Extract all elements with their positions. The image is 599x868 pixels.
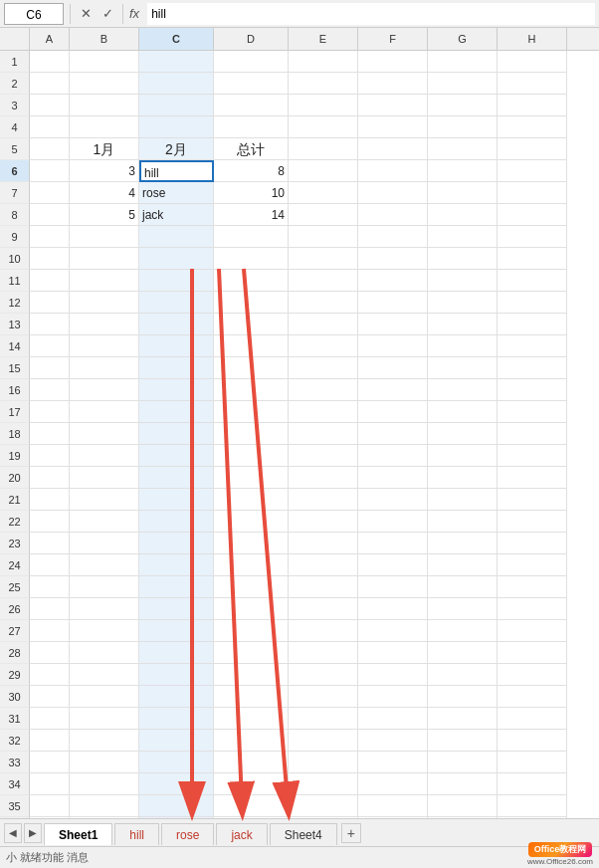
cell-F24[interactable] (358, 554, 428, 576)
cell-D2[interactable] (214, 73, 289, 95)
cell-H20[interactable] (498, 467, 567, 489)
cell-E10[interactable] (289, 248, 358, 270)
cell-E13[interactable] (289, 314, 358, 335)
cell-D7[interactable]: 10 (214, 182, 289, 204)
cell-A35[interactable] (30, 795, 70, 817)
cell-E25[interactable] (289, 576, 358, 598)
cell-C29[interactable] (139, 664, 214, 686)
cell-D15[interactable] (214, 357, 289, 379)
cell-D13[interactable] (214, 314, 289, 335)
cell-F23[interactable] (358, 533, 428, 554)
cell-D34[interactable] (214, 773, 289, 795)
cell-F29[interactable] (358, 664, 428, 686)
cancel-icon[interactable]: ✕ (77, 5, 95, 23)
cell-B20[interactable] (70, 467, 139, 489)
cell-C16[interactable] (139, 379, 214, 401)
cell-G10[interactable] (428, 248, 498, 270)
cell-F12[interactable] (358, 292, 428, 314)
cell-F10[interactable] (358, 248, 428, 270)
row-number-15[interactable]: 15 (0, 357, 30, 379)
cell-A13[interactable] (30, 314, 70, 335)
cell-E29[interactable] (289, 664, 358, 686)
cell-B14[interactable] (70, 335, 139, 357)
cell-C6[interactable]: hill (139, 160, 214, 182)
col-header-H[interactable]: H (498, 28, 567, 50)
cell-H8[interactable] (498, 204, 567, 226)
cell-E15[interactable] (289, 357, 358, 379)
cell-H11[interactable] (498, 270, 567, 292)
cell-G1[interactable] (428, 51, 498, 73)
row-number-35[interactable]: 35 (0, 795, 30, 817)
cell-A14[interactable] (30, 335, 70, 357)
cell-D21[interactable] (214, 489, 289, 511)
cell-B15[interactable] (70, 357, 139, 379)
cell-G23[interactable] (428, 533, 498, 554)
row-number-34[interactable]: 34 (0, 773, 30, 795)
cell-A21[interactable] (30, 489, 70, 511)
cell-C7[interactable]: rose (139, 182, 214, 204)
cell-A24[interactable] (30, 554, 70, 576)
cell-F19[interactable] (358, 445, 428, 467)
cell-F21[interactable] (358, 489, 428, 511)
row-number-2[interactable]: 2 (0, 73, 30, 95)
cell-H4[interactable] (498, 116, 567, 138)
cell-D14[interactable] (214, 335, 289, 357)
cell-C1[interactable] (139, 51, 214, 73)
cell-B7[interactable]: 4 (70, 182, 139, 204)
cell-G32[interactable] (428, 730, 498, 752)
tab-scroll-right[interactable]: ▶ (24, 823, 42, 843)
cell-A1[interactable] (30, 51, 70, 73)
cell-G9[interactable] (428, 226, 498, 248)
cell-H27[interactable] (498, 620, 567, 642)
cell-D8[interactable]: 14 (214, 204, 289, 226)
cell-C8[interactable]: jack (139, 204, 214, 226)
cell-H30[interactable] (498, 686, 567, 708)
cell-B18[interactable] (70, 423, 139, 445)
cell-H24[interactable] (498, 554, 567, 576)
cell-G34[interactable] (428, 773, 498, 795)
formula-input[interactable] (147, 3, 595, 25)
row-number-4[interactable]: 4 (0, 116, 30, 138)
cell-G29[interactable] (428, 664, 498, 686)
cell-F33[interactable] (358, 752, 428, 773)
cell-C2[interactable] (139, 73, 214, 95)
cell-E12[interactable] (289, 292, 358, 314)
cell-A12[interactable] (30, 292, 70, 314)
cell-F35[interactable] (358, 795, 428, 817)
row-number-21[interactable]: 21 (0, 489, 30, 511)
cell-B23[interactable] (70, 533, 139, 554)
cell-G33[interactable] (428, 752, 498, 773)
cell-A22[interactable] (30, 511, 70, 533)
cell-E5[interactable] (289, 138, 358, 160)
cell-H15[interactable] (498, 357, 567, 379)
cell-H10[interactable] (498, 248, 567, 270)
cell-A8[interactable] (30, 204, 70, 226)
cell-B19[interactable] (70, 445, 139, 467)
cell-G7[interactable] (428, 182, 498, 204)
cell-B5[interactable]: 1月 (70, 138, 139, 160)
cell-D31[interactable] (214, 708, 289, 730)
cell-E7[interactable] (289, 182, 358, 204)
cell-D25[interactable] (214, 576, 289, 598)
cell-D36[interactable] (214, 817, 289, 818)
cell-A11[interactable] (30, 270, 70, 292)
cell-D19[interactable] (214, 445, 289, 467)
cell-F3[interactable] (358, 95, 428, 116)
cell-F22[interactable] (358, 511, 428, 533)
cell-G14[interactable] (428, 335, 498, 357)
row-number-23[interactable]: 23 (0, 533, 30, 554)
cell-A10[interactable] (30, 248, 70, 270)
cell-H25[interactable] (498, 576, 567, 598)
cell-H32[interactable] (498, 730, 567, 752)
cell-G21[interactable] (428, 489, 498, 511)
cell-H26[interactable] (498, 598, 567, 620)
row-number-12[interactable]: 12 (0, 292, 30, 314)
cell-G13[interactable] (428, 314, 498, 335)
row-number-6[interactable]: 6 (0, 160, 30, 182)
cell-C26[interactable] (139, 598, 214, 620)
cell-B11[interactable] (70, 270, 139, 292)
cell-C9[interactable] (139, 226, 214, 248)
cell-G11[interactable] (428, 270, 498, 292)
cell-G2[interactable] (428, 73, 498, 95)
cell-F27[interactable] (358, 620, 428, 642)
